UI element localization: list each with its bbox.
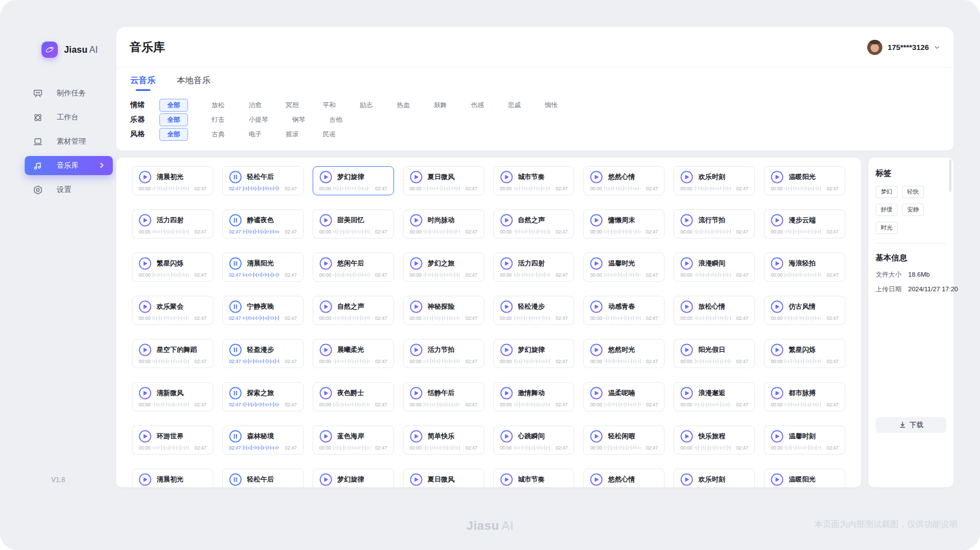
music-card[interactable]: 快乐旅程 00:00 02:47 bbox=[674, 425, 755, 455]
play-pause-button[interactable] bbox=[319, 300, 332, 313]
waveform[interactable] bbox=[514, 315, 553, 321]
sidebar-item-workbench[interactable]: 工作台 bbox=[25, 108, 113, 127]
waveform[interactable] bbox=[333, 315, 373, 321]
waveform[interactable] bbox=[695, 272, 734, 278]
music-card[interactable]: 甜美回忆 00:00 02:47 bbox=[313, 209, 394, 239]
waveform[interactable] bbox=[243, 315, 282, 321]
play-pause-button[interactable] bbox=[229, 257, 242, 270]
music-card[interactable]: 漫步云端 00:00 02:47 bbox=[764, 209, 845, 239]
music-card[interactable]: 轻盈漫步 02:47 02:47 bbox=[222, 339, 304, 368]
music-card[interactable]: 轻松午后 02:47 02:47 bbox=[222, 166, 304, 195]
waveform[interactable] bbox=[695, 185, 734, 191]
filter-option[interactable]: 治愈 bbox=[248, 99, 262, 112]
waveform[interactable] bbox=[785, 358, 824, 364]
waveform[interactable] bbox=[153, 401, 192, 407]
filter-option[interactable]: 小提琴 bbox=[248, 113, 269, 126]
play-pause-button[interactable] bbox=[500, 214, 513, 227]
music-card[interactable]: 轻松闲暇 00:00 02:47 bbox=[583, 425, 665, 455]
sidebar-item-materials[interactable]: 素材管理 bbox=[25, 132, 113, 151]
music-card[interactable]: 流行节拍 00:00 02:47 bbox=[674, 209, 755, 239]
music-card[interactable]: 欢乐时刻 00:00 02:47 bbox=[674, 469, 755, 487]
music-card[interactable]: 晨曦柔光 00:00 02:47 bbox=[313, 339, 394, 368]
waveform[interactable] bbox=[605, 315, 644, 321]
play-pause-button[interactable] bbox=[680, 473, 693, 486]
waveform[interactable] bbox=[153, 358, 192, 364]
waveform[interactable] bbox=[424, 401, 463, 407]
play-pause-button[interactable] bbox=[319, 257, 332, 270]
play-pause-button[interactable] bbox=[410, 387, 423, 400]
play-pause-button[interactable] bbox=[319, 171, 332, 184]
play-pause-button[interactable] bbox=[229, 214, 242, 227]
play-pause-button[interactable] bbox=[500, 171, 513, 184]
waveform[interactable] bbox=[514, 401, 553, 407]
play-pause-button[interactable] bbox=[229, 300, 242, 313]
music-card[interactable]: 悠然时光 00:00 02:47 bbox=[583, 339, 665, 368]
play-pause-button[interactable] bbox=[680, 430, 693, 443]
music-card[interactable]: 心跳瞬间 00:00 02:47 bbox=[493, 425, 575, 455]
music-card[interactable]: 梦幻之旅 00:00 02:47 bbox=[403, 253, 484, 282]
waveform[interactable] bbox=[695, 315, 734, 321]
waveform[interactable] bbox=[514, 272, 553, 278]
waveform[interactable] bbox=[153, 185, 192, 191]
play-pause-button[interactable] bbox=[771, 430, 784, 443]
filter-option[interactable]: 古典 bbox=[211, 128, 225, 141]
waveform[interactable] bbox=[424, 185, 463, 191]
tag-chip[interactable]: 轻快 bbox=[902, 186, 924, 198]
play-pause-button[interactable] bbox=[590, 473, 603, 486]
music-card[interactable]: 放松心情 00:00 02:47 bbox=[674, 296, 755, 325]
play-pause-button[interactable] bbox=[680, 343, 693, 356]
waveform[interactable] bbox=[605, 228, 644, 235]
download-button[interactable]: 下载 bbox=[876, 417, 946, 433]
play-pause-button[interactable] bbox=[590, 343, 603, 356]
music-card[interactable]: 仿古风情 00:00 02:47 bbox=[764, 296, 845, 325]
music-card[interactable]: 城市节奏 00:00 02:47 bbox=[493, 166, 575, 195]
sidebar-item-tasks[interactable]: 制作任务 bbox=[25, 84, 113, 103]
sidebar-item-music-library[interactable]: 音乐库 bbox=[25, 156, 113, 175]
filter-option[interactable]: 放松 bbox=[211, 99, 225, 112]
tab-local-music[interactable]: 本地音乐 bbox=[177, 68, 210, 93]
music-card[interactable]: 自然之声 00:00 02:47 bbox=[493, 209, 575, 239]
play-pause-button[interactable] bbox=[680, 171, 693, 184]
play-pause-button[interactable] bbox=[139, 343, 152, 356]
music-card[interactable]: 都市脉搏 00:00 02:47 bbox=[764, 382, 845, 411]
filter-option[interactable]: 悲戚 bbox=[507, 99, 521, 112]
play-pause-button[interactable] bbox=[771, 171, 784, 184]
music-card[interactable]: 夏日微风 00:00 02:47 bbox=[403, 166, 484, 195]
play-pause-button[interactable] bbox=[590, 257, 603, 270]
play-pause-button[interactable] bbox=[680, 387, 693, 400]
play-pause-button[interactable] bbox=[771, 300, 784, 313]
music-card[interactable]: 轻松午后 02:47 02:47 bbox=[222, 469, 304, 487]
waveform[interactable] bbox=[785, 272, 824, 278]
music-card[interactable]: 恬静午后 00:00 02:47 bbox=[403, 382, 484, 411]
waveform[interactable] bbox=[333, 228, 373, 235]
filter-option[interactable]: 电子 bbox=[248, 128, 262, 141]
play-pause-button[interactable] bbox=[500, 387, 513, 400]
music-card[interactable]: 悠然心情 00:00 02:47 bbox=[583, 166, 665, 195]
tag-chip[interactable]: 梦幻 bbox=[876, 186, 897, 198]
music-card[interactable]: 清晨阳光 02:47 02:47 bbox=[222, 253, 304, 282]
waveform[interactable] bbox=[424, 444, 463, 451]
play-pause-button[interactable] bbox=[139, 257, 152, 270]
play-pause-button[interactable] bbox=[771, 343, 784, 356]
waveform[interactable] bbox=[514, 444, 553, 451]
play-pause-button[interactable] bbox=[500, 343, 513, 356]
music-card[interactable]: 海浪轻拍 00:00 02:47 bbox=[764, 253, 845, 282]
filter-option[interactable]: 全部 bbox=[159, 99, 188, 112]
play-pause-button[interactable] bbox=[771, 387, 784, 400]
music-card[interactable]: 激情舞动 00:00 02:47 bbox=[493, 382, 575, 411]
waveform[interactable] bbox=[605, 401, 644, 407]
filter-option[interactable]: 伤感 bbox=[470, 99, 484, 112]
waveform[interactable] bbox=[605, 185, 644, 191]
play-pause-button[interactable] bbox=[139, 387, 152, 400]
waveform[interactable] bbox=[785, 444, 824, 451]
waveform[interactable] bbox=[153, 272, 192, 278]
waveform[interactable] bbox=[333, 444, 373, 451]
play-pause-button[interactable] bbox=[139, 473, 152, 486]
music-card[interactable]: 梦幻旋律 00:00 02:47 bbox=[313, 166, 394, 195]
play-pause-button[interactable] bbox=[771, 214, 784, 227]
music-card[interactable]: 繁星闪烁 00:00 02:47 bbox=[132, 253, 213, 282]
music-card[interactable]: 动感青春 00:00 02:47 bbox=[583, 296, 665, 325]
music-card[interactable]: 夏日微风 00:00 02:47 bbox=[403, 469, 484, 487]
user-account-menu[interactable]: 175****3126 bbox=[867, 40, 940, 55]
play-pause-button[interactable] bbox=[319, 343, 332, 356]
